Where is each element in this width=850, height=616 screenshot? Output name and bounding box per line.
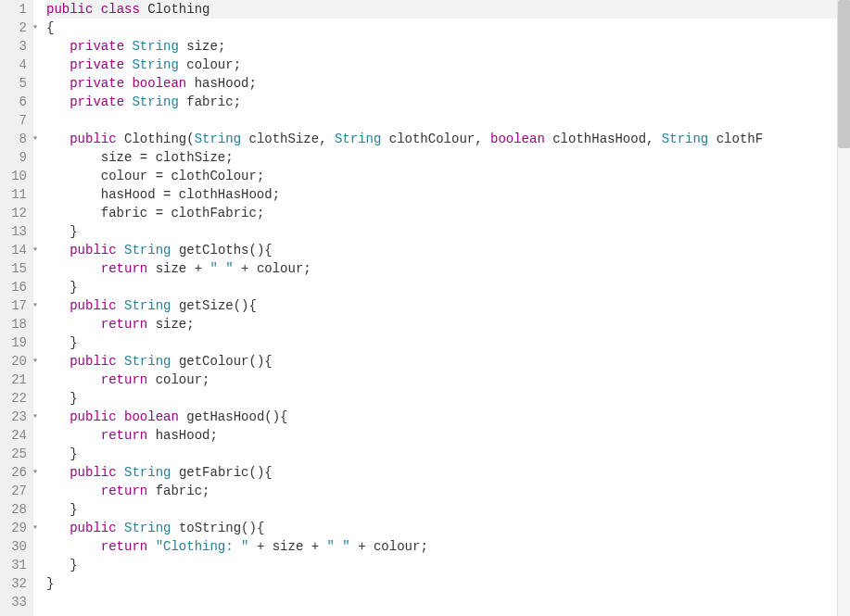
code-line[interactable]: }	[46, 222, 837, 241]
scrollbar-thumb[interactable]	[838, 0, 850, 148]
line-number: 19	[4, 333, 27, 352]
line-number: 14▾	[4, 241, 27, 259]
line-number: 32	[4, 574, 27, 593]
line-number: 17▾	[4, 296, 27, 315]
code-line[interactable]: }	[46, 333, 837, 352]
line-number: 13	[4, 222, 27, 241]
line-number: 26▾	[4, 463, 27, 482]
line-number: 18	[4, 315, 27, 333]
code-line[interactable]: public Clothing(String clothSize, String…	[46, 130, 837, 148]
line-number: 7	[4, 111, 27, 130]
code-line[interactable]: }	[46, 500, 837, 519]
code-line[interactable]: private String size;	[46, 37, 837, 56]
line-number: 22	[4, 389, 27, 408]
line-number: 31	[4, 556, 27, 574]
line-number: 8▾	[4, 130, 27, 148]
code-line[interactable]: public String getSize(){	[46, 296, 837, 315]
line-number: 21	[4, 371, 27, 389]
line-number: 4	[4, 56, 27, 74]
code-line[interactable]: {	[46, 19, 837, 37]
code-line[interactable]: private String colour;	[46, 56, 837, 74]
line-number: 23▾	[4, 408, 27, 426]
line-number: 24	[4, 426, 27, 445]
line-number: 9	[4, 148, 27, 167]
line-number: 15	[4, 259, 27, 278]
line-number-gutter: 12▾345678▾91011121314▾151617▾181920▾2122…	[0, 0, 33, 616]
code-line[interactable]: }	[46, 278, 837, 296]
line-number: 1	[4, 0, 27, 19]
line-number: 30	[4, 537, 27, 556]
line-number: 25	[4, 445, 27, 463]
line-number: 16	[4, 278, 27, 296]
line-number: 10	[4, 167, 27, 185]
line-number: 5	[4, 74, 27, 93]
code-line[interactable]: private boolean hasHood;	[46, 74, 837, 93]
line-number: 3	[4, 37, 27, 56]
code-line[interactable]: public String getCloths(){	[46, 241, 837, 259]
code-line[interactable]: }	[46, 556, 837, 574]
code-line[interactable]: public class Clothing	[46, 0, 837, 19]
code-line[interactable]	[46, 593, 837, 611]
code-line[interactable]: }	[46, 445, 837, 463]
line-number: 33	[4, 593, 27, 611]
line-number: 11	[4, 185, 27, 204]
line-number: 29▾	[4, 519, 27, 537]
code-line[interactable]: public String getFabric(){	[46, 463, 837, 482]
code-line[interactable]: size = clothSize;	[46, 148, 837, 167]
code-line[interactable]: public String toString(){	[46, 519, 837, 537]
code-line[interactable]: colour = clothColour;	[46, 167, 837, 185]
code-line[interactable]: }	[46, 574, 837, 593]
code-line[interactable]: return fabric;	[46, 482, 837, 500]
line-number: 6	[4, 93, 27, 111]
line-number: 28	[4, 500, 27, 519]
code-line[interactable]: return size;	[46, 315, 837, 333]
code-line[interactable]: return "Clothing: " + size + " " + colou…	[46, 537, 837, 556]
vertical-scrollbar[interactable]	[837, 0, 850, 616]
code-editor-area[interactable]: public class Clothing{ private String si…	[33, 0, 837, 616]
line-number: 12	[4, 204, 27, 222]
line-number: 27	[4, 482, 27, 500]
code-line[interactable]: return size + " " + colour;	[46, 259, 837, 278]
code-line[interactable]: return colour;	[46, 371, 837, 389]
line-number: 20▾	[4, 352, 27, 371]
code-line[interactable]: hasHood = clothHasHood;	[46, 185, 837, 204]
line-number: 2▾	[4, 19, 27, 37]
code-line[interactable]: public boolean getHasHood(){	[46, 408, 837, 426]
code-line[interactable]	[46, 111, 837, 130]
code-line[interactable]: public String getColour(){	[46, 352, 837, 371]
code-line[interactable]: }	[46, 389, 837, 408]
code-line[interactable]: return hasHood;	[46, 426, 837, 445]
code-line[interactable]: fabric = clothFabric;	[46, 204, 837, 222]
code-line[interactable]: private String fabric;	[46, 93, 837, 111]
